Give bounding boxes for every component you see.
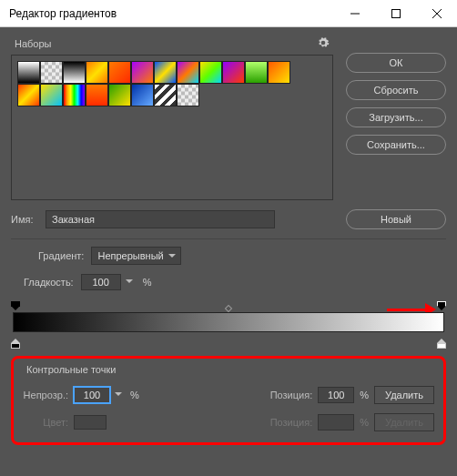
control-points-panel: Контрольные точки Непрозр.: % Позиция: %… bbox=[11, 356, 446, 445]
load-button[interactable]: Загрузить... bbox=[346, 107, 446, 127]
color-label: Цвет: bbox=[23, 417, 68, 428]
delete-color-stop-button: Удалить bbox=[374, 413, 434, 431]
opacity-input[interactable] bbox=[74, 387, 110, 403]
name-label: Имя: bbox=[11, 214, 38, 225]
preset-swatch[interactable] bbox=[131, 61, 154, 84]
svg-rect-1 bbox=[391, 9, 400, 17]
preset-swatch[interactable] bbox=[108, 61, 131, 84]
smoothness-input[interactable] bbox=[81, 274, 121, 290]
preset-swatch[interactable] bbox=[154, 84, 177, 106]
gradient-editor[interactable] bbox=[13, 303, 444, 343]
preset-swatch[interactable] bbox=[154, 61, 177, 84]
gradient-type-label: Градиент: bbox=[38, 250, 84, 261]
opacity-label: Непрозр.: bbox=[23, 390, 68, 400]
preset-swatch[interactable] bbox=[63, 61, 86, 84]
new-button[interactable]: Новый bbox=[346, 209, 446, 229]
preset-swatch[interactable] bbox=[131, 84, 154, 106]
smoothness-unit: % bbox=[143, 277, 152, 288]
delete-opacity-stop-button[interactable]: Удалить bbox=[374, 386, 434, 404]
color-stop-right[interactable] bbox=[437, 334, 446, 345]
ok-button[interactable]: ОК bbox=[346, 53, 446, 73]
color-stop-left[interactable] bbox=[11, 334, 20, 345]
preset-swatch[interactable] bbox=[17, 84, 40, 106]
name-input[interactable] bbox=[46, 210, 275, 228]
titlebar: Редактор градиентов bbox=[0, 0, 457, 27]
opacity-stop-left[interactable] bbox=[11, 301, 20, 310]
position2-unit: % bbox=[360, 417, 369, 428]
preset-swatch[interactable] bbox=[63, 84, 86, 106]
presets-grid[interactable] bbox=[11, 55, 333, 200]
color-swatch-input bbox=[74, 415, 107, 430]
position1-label: Позиция: bbox=[270, 390, 313, 400]
preset-swatch[interactable] bbox=[86, 61, 108, 84]
preset-swatch[interactable] bbox=[86, 84, 108, 106]
save-button[interactable]: Сохранить... bbox=[346, 135, 446, 155]
minimize-button[interactable] bbox=[334, 0, 375, 27]
preset-swatch[interactable] bbox=[199, 61, 222, 84]
maximize-button[interactable] bbox=[375, 0, 416, 27]
close-button[interactable] bbox=[416, 0, 457, 27]
separator bbox=[11, 238, 446, 239]
gear-icon[interactable] bbox=[317, 36, 330, 51]
control-points-title: Контрольные точки bbox=[26, 364, 438, 375]
preset-swatch[interactable] bbox=[40, 61, 63, 84]
position2-label: Позиция: bbox=[270, 417, 313, 428]
preset-swatch[interactable] bbox=[222, 61, 245, 84]
presets-label: Наборы bbox=[15, 38, 52, 49]
preset-swatch[interactable] bbox=[40, 84, 63, 106]
preset-swatch[interactable] bbox=[108, 84, 131, 106]
preset-swatch[interactable] bbox=[177, 84, 199, 106]
preset-swatch[interactable] bbox=[177, 61, 199, 84]
preset-swatch[interactable] bbox=[245, 61, 268, 84]
position2-input bbox=[318, 414, 354, 430]
position1-unit: % bbox=[360, 390, 369, 400]
window-title: Редактор градиентов bbox=[9, 7, 334, 20]
smoothness-label: Гладкость: bbox=[24, 277, 74, 288]
gradient-bar[interactable] bbox=[13, 312, 444, 332]
gradient-type-select[interactable]: Непрерывный bbox=[91, 247, 180, 265]
reset-button[interactable]: Сбросить bbox=[346, 80, 446, 100]
position1-input[interactable] bbox=[318, 387, 354, 403]
opacity-unit: % bbox=[130, 390, 139, 400]
preset-swatch[interactable] bbox=[268, 61, 290, 84]
preset-swatch[interactable] bbox=[17, 61, 40, 84]
